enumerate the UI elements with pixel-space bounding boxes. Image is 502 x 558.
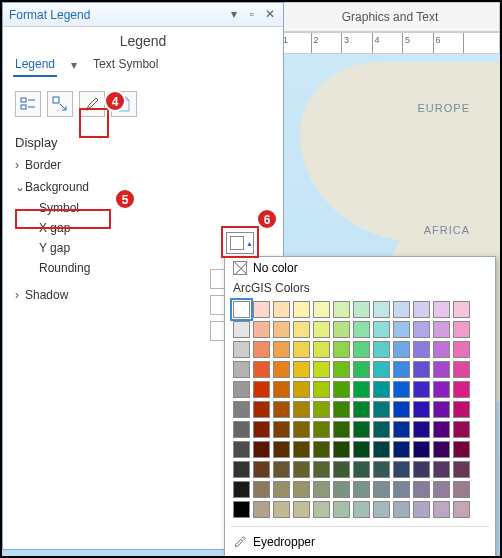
color-swatch[interactable] xyxy=(433,301,450,318)
color-swatch[interactable] xyxy=(433,501,450,518)
color-swatch[interactable] xyxy=(313,461,330,478)
color-swatch[interactable] xyxy=(373,461,390,478)
color-swatch[interactable] xyxy=(253,321,270,338)
color-swatch[interactable] xyxy=(393,421,410,438)
color-swatch[interactable] xyxy=(253,361,270,378)
color-swatch[interactable] xyxy=(373,321,390,338)
tab-text-symbol[interactable]: Text Symbol xyxy=(91,53,160,77)
color-swatch[interactable] xyxy=(233,401,250,418)
color-swatch[interactable] xyxy=(393,461,410,478)
color-swatch[interactable] xyxy=(253,341,270,358)
color-swatch[interactable] xyxy=(453,461,470,478)
color-swatch[interactable] xyxy=(233,421,250,438)
color-swatch[interactable] xyxy=(273,401,290,418)
color-swatch[interactable] xyxy=(373,301,390,318)
color-swatch[interactable] xyxy=(353,321,370,338)
color-swatch[interactable] xyxy=(233,461,250,478)
color-swatch[interactable] xyxy=(453,341,470,358)
color-swatch[interactable] xyxy=(393,361,410,378)
color-swatch[interactable] xyxy=(353,361,370,378)
color-swatch[interactable] xyxy=(233,321,250,338)
color-swatch[interactable] xyxy=(373,501,390,518)
color-swatch[interactable] xyxy=(453,501,470,518)
color-swatch[interactable] xyxy=(233,301,250,318)
color-swatch[interactable] xyxy=(393,501,410,518)
color-swatch[interactable] xyxy=(313,361,330,378)
color-swatch[interactable] xyxy=(273,461,290,478)
tree-background[interactable]: ⌄Background xyxy=(15,176,271,198)
color-swatch[interactable] xyxy=(353,421,370,438)
color-swatch[interactable] xyxy=(433,341,450,358)
color-swatch[interactable] xyxy=(253,401,270,418)
color-swatch[interactable] xyxy=(373,441,390,458)
color-swatch[interactable] xyxy=(373,421,390,438)
color-swatch[interactable] xyxy=(233,381,250,398)
color-swatch[interactable] xyxy=(433,421,450,438)
color-swatch[interactable] xyxy=(253,501,270,518)
ribbon-group-graphics-text[interactable]: Graphics and Text xyxy=(280,2,500,32)
color-swatch[interactable] xyxy=(433,361,450,378)
color-swatch[interactable] xyxy=(413,361,430,378)
color-swatch[interactable] xyxy=(433,381,450,398)
color-swatch[interactable] xyxy=(273,381,290,398)
panel-menu-button[interactable]: ▾ xyxy=(227,8,241,22)
color-swatch[interactable] xyxy=(453,381,470,398)
panel-close-button[interactable]: ✕ xyxy=(263,8,277,22)
color-swatch[interactable] xyxy=(313,341,330,358)
color-swatch[interactable] xyxy=(293,461,310,478)
color-swatch[interactable] xyxy=(293,301,310,318)
color-swatch[interactable] xyxy=(333,461,350,478)
color-swatch[interactable] xyxy=(233,481,250,498)
color-swatch[interactable] xyxy=(333,421,350,438)
color-swatch[interactable] xyxy=(253,381,270,398)
color-swatch[interactable] xyxy=(453,361,470,378)
color-swatch[interactable] xyxy=(253,441,270,458)
tab-legend-dropdown[interactable]: ▾ xyxy=(67,58,81,72)
color-swatch[interactable] xyxy=(293,501,310,518)
color-swatch[interactable] xyxy=(373,381,390,398)
legend-display-button[interactable] xyxy=(79,91,105,117)
color-swatch[interactable] xyxy=(353,461,370,478)
color-swatch[interactable] xyxy=(333,381,350,398)
color-swatch[interactable] xyxy=(273,421,290,438)
tab-legend[interactable]: Legend xyxy=(13,53,57,77)
color-swatch[interactable] xyxy=(313,481,330,498)
color-swatch[interactable] xyxy=(253,421,270,438)
legend-sizing-button[interactable] xyxy=(47,91,73,117)
color-swatch[interactable] xyxy=(413,341,430,358)
color-swatch[interactable] xyxy=(413,441,430,458)
color-swatch[interactable] xyxy=(453,321,470,338)
color-swatch[interactable] xyxy=(293,361,310,378)
color-swatch[interactable] xyxy=(273,321,290,338)
color-swatch[interactable] xyxy=(453,421,470,438)
color-swatch[interactable] xyxy=(413,421,430,438)
color-swatch[interactable] xyxy=(333,321,350,338)
color-swatch[interactable] xyxy=(273,441,290,458)
color-swatch[interactable] xyxy=(393,401,410,418)
color-swatch[interactable] xyxy=(433,481,450,498)
color-swatch[interactable] xyxy=(233,341,250,358)
color-swatch[interactable] xyxy=(413,381,430,398)
color-swatch[interactable] xyxy=(293,421,310,438)
color-swatch[interactable] xyxy=(433,441,450,458)
color-swatch[interactable] xyxy=(453,441,470,458)
color-swatch[interactable] xyxy=(293,441,310,458)
color-swatch[interactable] xyxy=(393,341,410,358)
color-swatch[interactable] xyxy=(273,501,290,518)
color-swatch[interactable] xyxy=(313,401,330,418)
color-swatch[interactable] xyxy=(313,501,330,518)
color-swatch[interactable] xyxy=(333,481,350,498)
color-swatch[interactable] xyxy=(393,381,410,398)
color-swatch[interactable] xyxy=(433,321,450,338)
color-swatch[interactable] xyxy=(353,381,370,398)
color-swatch[interactable] xyxy=(413,481,430,498)
color-swatch[interactable] xyxy=(393,301,410,318)
color-swatch[interactable] xyxy=(413,321,430,338)
color-swatch[interactable] xyxy=(293,381,310,398)
color-swatch[interactable] xyxy=(273,481,290,498)
color-swatch[interactable] xyxy=(333,401,350,418)
color-swatch[interactable] xyxy=(393,441,410,458)
color-swatch[interactable] xyxy=(293,321,310,338)
color-swatch[interactable] xyxy=(253,461,270,478)
color-swatch[interactable] xyxy=(253,481,270,498)
